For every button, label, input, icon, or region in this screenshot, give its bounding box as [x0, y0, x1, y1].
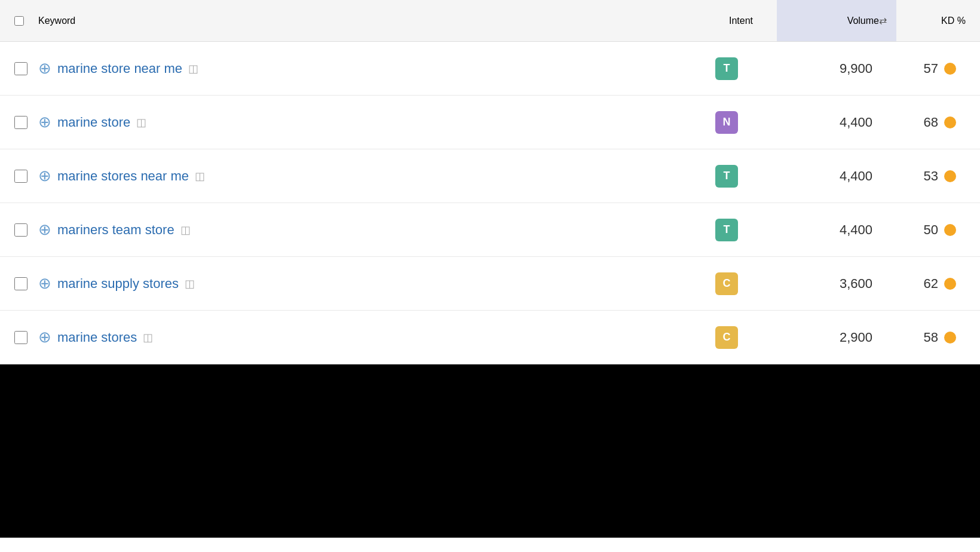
kd-value-3: 50: [924, 222, 938, 238]
select-all-checkbox-cell: [0, 0, 24, 41]
kd-value-0: 57: [924, 61, 938, 76]
volume-header-label: Volume: [847, 16, 879, 26]
keyword-link-5[interactable]: marine stores: [57, 330, 137, 345]
serp-icon-0[interactable]: ◫: [188, 62, 198, 75]
row-kd-cell-1: 68: [882, 115, 966, 130]
row-checkbox-cell-3: [14, 223, 38, 237]
add-keyword-icon-0[interactable]: ⊕: [38, 59, 51, 78]
kd-dot-4: [944, 278, 956, 290]
select-all-checkbox[interactable]: [14, 14, 24, 27]
add-keyword-icon-3[interactable]: ⊕: [38, 220, 51, 239]
row-intent-cell-4: C: [691, 272, 762, 295]
row-checkbox-2[interactable]: [14, 170, 27, 183]
serp-icon-1[interactable]: ◫: [136, 116, 146, 129]
kd-dot-2: [944, 170, 956, 182]
row-checkbox-cell-0: [14, 62, 38, 75]
kd-header-label: KD %: [941, 16, 966, 26]
kd-value-5: 58: [924, 330, 938, 345]
black-bar: [0, 364, 980, 538]
row-checkbox-cell-4: [14, 277, 38, 290]
serp-icon-3[interactable]: ◫: [180, 223, 191, 237]
intent-badge-4: C: [715, 272, 738, 295]
table-header: Keyword Intent Volume ⇄ KD %: [0, 0, 980, 42]
volume-sort-icon[interactable]: ⇄: [879, 15, 887, 26]
kd-dot-0: [944, 63, 956, 75]
intent-badge-1: N: [715, 111, 738, 134]
keyword-column-header: Keyword: [24, 0, 705, 41]
kd-dot-3: [944, 224, 956, 236]
row-kd-cell-5: 58: [882, 330, 966, 345]
kd-column-header: KD %: [896, 0, 980, 41]
intent-badge-5: C: [715, 326, 738, 349]
table-body: ⊕ marine store near me ◫ T 9,900 57 ⊕ ma…: [0, 42, 980, 364]
row-volume-cell-2: 4,400: [762, 168, 882, 184]
table-row: ⊕ marine stores ◫ C 2,900 58: [0, 311, 980, 364]
intent-badge-2: T: [715, 165, 738, 188]
row-volume-cell-5: 2,900: [762, 330, 882, 345]
keyword-table: Keyword Intent Volume ⇄ KD % ⊕ marine st…: [0, 0, 980, 538]
row-checkbox-4[interactable]: [14, 277, 27, 290]
row-intent-cell-1: N: [691, 111, 762, 134]
keyword-link-4[interactable]: marine supply stores: [57, 276, 179, 292]
intent-header-label: Intent: [729, 16, 753, 26]
row-keyword-cell-1: ⊕ marine store ◫: [38, 113, 691, 131]
row-volume-cell-1: 4,400: [762, 115, 882, 130]
row-kd-cell-0: 57: [882, 61, 966, 76]
row-checkbox-cell-2: [14, 170, 38, 183]
row-kd-cell-3: 50: [882, 222, 966, 238]
row-keyword-cell-5: ⊕ marine stores ◫: [38, 328, 691, 346]
row-volume-cell-4: 3,600: [762, 276, 882, 292]
row-kd-cell-4: 62: [882, 276, 966, 292]
table-row: ⊕ marine store near me ◫ T 9,900 57: [0, 42, 980, 96]
kd-value-1: 68: [924, 115, 938, 130]
serp-icon-4[interactable]: ◫: [185, 277, 195, 290]
row-checkbox-3[interactable]: [14, 223, 27, 237]
row-kd-cell-2: 53: [882, 168, 966, 184]
row-intent-cell-3: T: [691, 219, 762, 241]
serp-icon-2[interactable]: ◫: [195, 170, 205, 183]
table-row: ⊕ marine stores near me ◫ T 4,400 53: [0, 149, 980, 203]
intent-badge-0: T: [715, 57, 738, 80]
table-row: ⊕ mariners team store ◫ T 4,400 50: [0, 203, 980, 257]
row-checkbox-1[interactable]: [14, 116, 27, 129]
table-row: ⊕ marine supply stores ◫ C 3,600 62: [0, 257, 980, 311]
add-keyword-icon-1[interactable]: ⊕: [38, 113, 51, 131]
row-keyword-cell-0: ⊕ marine store near me ◫: [38, 59, 691, 78]
row-checkbox-cell-5: [14, 331, 38, 344]
row-keyword-cell-3: ⊕ mariners team store ◫: [38, 220, 691, 239]
row-checkbox-0[interactable]: [14, 62, 27, 75]
row-volume-cell-0: 9,900: [762, 61, 882, 76]
row-checkbox-5[interactable]: [14, 331, 27, 344]
row-intent-cell-0: T: [691, 57, 762, 80]
row-checkbox-cell-1: [14, 116, 38, 129]
intent-badge-3: T: [715, 219, 738, 241]
add-keyword-icon-2[interactable]: ⊕: [38, 167, 51, 185]
add-keyword-icon-4[interactable]: ⊕: [38, 274, 51, 293]
add-keyword-icon-5[interactable]: ⊕: [38, 328, 51, 346]
row-keyword-cell-2: ⊕ marine stores near me ◫: [38, 167, 691, 185]
row-intent-cell-5: C: [691, 326, 762, 349]
kd-dot-1: [944, 116, 956, 128]
keyword-link-3[interactable]: mariners team store: [57, 222, 174, 238]
table-row: ⊕ marine store ◫ N 4,400 68: [0, 96, 980, 149]
volume-column-header[interactable]: Volume ⇄: [777, 0, 896, 41]
keyword-link-2[interactable]: marine stores near me: [57, 168, 189, 184]
intent-column-header: Intent: [705, 0, 777, 41]
kd-dot-5: [944, 332, 956, 344]
keyword-header-label: Keyword: [38, 16, 75, 26]
kd-value-4: 62: [924, 276, 938, 292]
keyword-link-1[interactable]: marine store: [57, 115, 130, 130]
kd-value-2: 53: [924, 168, 938, 184]
row-intent-cell-2: T: [691, 165, 762, 188]
row-volume-cell-3: 4,400: [762, 222, 882, 238]
keyword-link-0[interactable]: marine store near me: [57, 61, 182, 76]
row-keyword-cell-4: ⊕ marine supply stores ◫: [38, 274, 691, 293]
serp-icon-5[interactable]: ◫: [143, 331, 153, 344]
